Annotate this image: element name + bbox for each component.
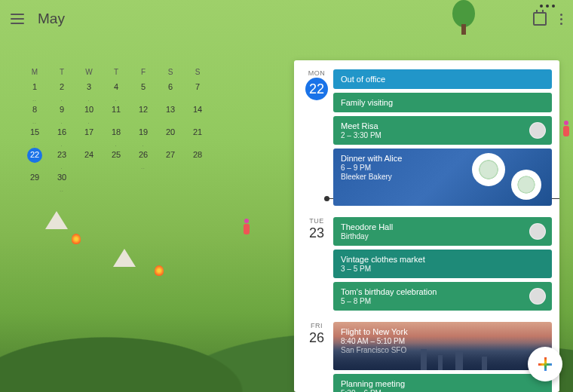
month-day [157,173,184,189]
calendar-icon[interactable] [533,12,547,26]
month-day[interactable]: 16. [48,127,75,144]
month-day [184,173,211,189]
avatar [529,122,546,139]
weekday-header: F [130,68,157,76]
month-day[interactable]: 25 [103,150,130,167]
month-day[interactable]: 5 [130,82,157,99]
event-card[interactable]: Out of office [333,69,552,89]
month-day[interactable]: 13 [157,105,184,121]
weekday-header: S [184,68,211,76]
event-card[interactable]: Tom's birthday celebration5 – 8 PM [333,282,552,311]
month-grid: MTWTFSS 1..2.3.4.5678..9.10.1112131415.1… [21,68,211,189]
agenda-date[interactable]: FRI26 [300,322,333,392]
month-day[interactable]: 4. [103,82,130,99]
month-day[interactable]: 24 [75,150,103,167]
month-day [130,173,157,189]
month-day[interactable]: 1.. [21,82,48,99]
month-day[interactable]: 12 [130,105,157,121]
month-day[interactable]: 20 [157,127,184,144]
month-day[interactable]: 23. [48,150,75,167]
agenda-date[interactable]: TUE23 [300,217,333,314]
month-day[interactable]: 11 [103,105,130,121]
plus-icon [538,357,552,371]
event-card[interactable]: Flight to New York8:40 AM – 5:10 PMSan F… [333,322,552,370]
avatar [529,223,546,240]
more-icon[interactable] [560,14,562,25]
month-day[interactable]: 18. [103,127,130,144]
weekday-header: W [75,68,103,76]
month-day[interactable]: 30.. [48,173,75,189]
event-card[interactable]: Theodore HallBirthday [333,217,552,246]
menu-icon[interactable] [11,14,24,24]
month-day[interactable]: 6 [157,82,184,99]
event-card[interactable]: Planning meeting5:30 – 6 PM [333,374,552,392]
background-tent [45,211,68,229]
month-title[interactable]: May [38,11,65,27]
avatar [529,288,546,305]
month-day[interactable]: 22 [21,150,48,167]
weekday-header: T [48,68,75,76]
month-day[interactable]: 8.. [21,105,48,121]
event-card[interactable]: Meet Risa2 – 3:30 PM [333,116,552,145]
month-day[interactable]: 17 [75,127,103,144]
background-fire [72,234,81,244]
month-day[interactable]: 26.. [130,150,157,167]
weekday-header: T [103,68,130,76]
create-event-fab[interactable] [528,347,562,381]
month-day[interactable]: 19. [130,127,157,144]
month-day[interactable]: 3. [75,82,103,99]
month-day[interactable]: 15. [21,127,48,144]
month-day[interactable]: 9. [48,105,75,121]
background-fire [155,265,164,276]
month-day[interactable]: 10. [75,105,103,121]
month-day[interactable]: 29 [21,173,48,189]
month-day[interactable]: 2. [48,82,75,99]
background-person [241,219,252,237]
event-card[interactable]: Family visiting [333,93,552,112]
event-card[interactable]: Vintage clothes market3 – 5 PM [333,250,552,278]
app-header: May [0,0,573,38]
background-person [561,121,571,139]
agenda-date[interactable]: MON22 [300,69,333,210]
month-day[interactable]: 28 [184,150,211,167]
month-day [103,173,130,189]
event-card[interactable]: Dinner with Alice6 – 9 PMBleeker Bakery [333,149,552,206]
weekday-header: S [157,68,184,76]
weekday-header: M [21,68,48,76]
month-day[interactable]: 21 [184,127,211,144]
month-day[interactable]: 14 [184,105,211,121]
month-day [75,173,103,189]
month-day[interactable]: 27 [157,150,184,167]
agenda-panel[interactable]: MON22Out of officeFamily visitingMeet Ri… [294,60,559,392]
month-day[interactable]: 7 [184,82,211,99]
